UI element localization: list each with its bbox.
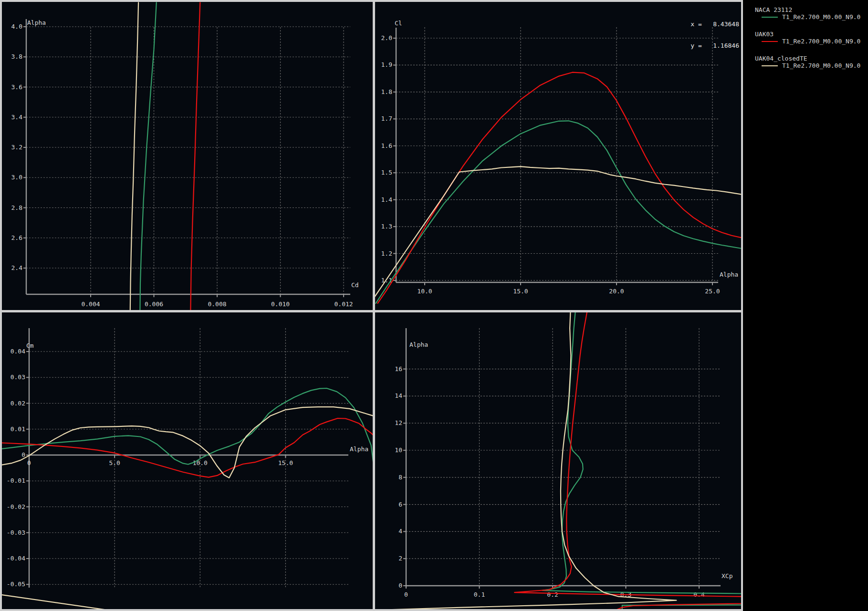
curve-uak03 <box>2 418 373 477</box>
graph-alpha-vs-xcp[interactable]: 00.10.20.30.41614121086420 <box>375 312 741 609</box>
svg-text:0.03: 0.03 <box>10 373 25 381</box>
svg-text:0.1: 0.1 <box>474 591 485 598</box>
cursor-x-value: x = 8.43648 <box>644 21 739 28</box>
svg-text:2.8: 2.8 <box>11 204 22 211</box>
svg-text:1.5: 1.5 <box>381 169 392 176</box>
curve-uak04-closedte <box>375 166 741 298</box>
cursor-y-value: y = 1.16846 <box>644 42 739 49</box>
svg-text:0: 0 <box>27 459 31 466</box>
graph1-y-axis-title: Alpha <box>27 19 46 26</box>
svg-text:1.8: 1.8 <box>381 88 392 95</box>
curve-uak04-closedte-branch2 <box>2 595 115 609</box>
svg-text:0.008: 0.008 <box>208 300 226 308</box>
svg-text:-0.01: -0.01 <box>7 477 25 484</box>
svg-text:1.4: 1.4 <box>381 196 393 203</box>
curve-uak03 <box>514 312 741 597</box>
graph-cm-vs-alpha[interactable]: 05.010.015.00.040.030.020.010-0.01-0.02-… <box>2 312 373 609</box>
svg-text:16: 16 <box>395 365 402 373</box>
svg-text:-0.02: -0.02 <box>7 503 25 510</box>
legend-entry-uak04-closedte: UAK04_closedTE T1_Re2.700_M0.00_N9.0 <box>755 55 866 69</box>
svg-text:10.0: 10.0 <box>417 288 432 295</box>
curve-uak04-closedte <box>130 2 138 310</box>
legend-polar-name: T1_Re2.700_M0.00_N9.0 <box>782 38 860 45</box>
panel-divider-vertical <box>373 0 375 611</box>
svg-text:0.4: 0.4 <box>693 591 705 598</box>
legend-polar-name: T1_Re2.700_M0.00_N9.0 <box>782 62 860 69</box>
svg-text:25.0: 25.0 <box>705 288 720 295</box>
svg-text:-0.05: -0.05 <box>7 580 25 588</box>
svg-text:2.4: 2.4 <box>11 264 23 271</box>
svg-text:10.0: 10.0 <box>193 459 208 466</box>
curve-naca-23112 <box>543 312 742 594</box>
legend-polar-name: T1_Re2.700_M0.00_N9.0 <box>782 13 860 21</box>
svg-text:1.9: 1.9 <box>381 61 392 68</box>
frame-right <box>741 0 743 611</box>
svg-text:0.04: 0.04 <box>10 348 25 355</box>
svg-text:0.006: 0.006 <box>145 300 163 308</box>
svg-text:1.2: 1.2 <box>381 250 392 257</box>
svg-text:0: 0 <box>21 451 25 458</box>
svg-text:2.0: 2.0 <box>381 34 392 41</box>
svg-text:0.2: 0.2 <box>547 591 558 598</box>
svg-text:3.6: 3.6 <box>11 83 22 91</box>
graph4-x-axis-title: XCp <box>722 572 732 580</box>
curve-uak04-closedte <box>384 312 676 609</box>
legend-color-swatch <box>762 65 778 66</box>
svg-text:2: 2 <box>398 555 402 562</box>
legend-color-swatch <box>762 17 778 18</box>
svg-text:6: 6 <box>398 501 402 508</box>
frame-top <box>0 0 743 2</box>
svg-text:14: 14 <box>395 392 402 399</box>
graph-cm-vs-alpha-canvas: 05.010.015.00.040.030.020.010-0.01-0.02-… <box>2 312 373 609</box>
svg-text:0.01: 0.01 <box>10 425 25 433</box>
svg-text:0.012: 0.012 <box>335 300 353 308</box>
curve-uak03 <box>378 72 742 303</box>
svg-text:4: 4 <box>398 528 402 535</box>
svg-text:15.0: 15.0 <box>513 288 528 295</box>
svg-text:3.4: 3.4 <box>11 114 23 121</box>
legend-foil-name: UAK04_closedTE <box>755 55 866 62</box>
graph2-y-axis-title: Cl <box>395 20 402 27</box>
svg-text:4.0: 4.0 <box>11 23 22 30</box>
legend-foil-name: NACA 23112 <box>755 6 866 13</box>
curve-uak03 <box>190 2 200 310</box>
graph-alpha-vs-cd-canvas: 0.0040.0060.0080.0100.0124.03.83.63.43.2… <box>2 2 373 310</box>
svg-text:0: 0 <box>398 582 402 589</box>
legend-entry-uak03: UAK03 T1_Re2.700_M0.00_N9.0 <box>755 31 866 45</box>
svg-text:0.010: 0.010 <box>271 300 290 308</box>
frame-bottom <box>0 609 743 611</box>
panel-divider-horizontal <box>0 310 743 312</box>
svg-text:0.02: 0.02 <box>10 400 25 407</box>
svg-text:15.0: 15.0 <box>278 459 293 466</box>
legend-entry-naca-23112: NACA 23112 T1_Re2.700_M0.00_N9.0 <box>755 6 866 21</box>
graph3-y-axis-title: Cm <box>26 342 34 349</box>
svg-text:10: 10 <box>395 446 402 454</box>
frame-left <box>0 0 2 611</box>
graph3-x-axis-title: Alpha <box>350 445 368 453</box>
svg-text:1.7: 1.7 <box>381 115 392 122</box>
polar-analysis-window: 0.0040.0060.0080.0100.0124.03.83.63.43.2… <box>0 0 868 611</box>
svg-text:0.004: 0.004 <box>81 300 100 308</box>
svg-text:8: 8 <box>398 474 402 481</box>
svg-text:2.6: 2.6 <box>11 234 22 241</box>
graph-alpha-vs-cd[interactable]: 0.0040.0060.0080.0100.0124.03.83.63.43.2… <box>2 2 373 310</box>
svg-text:1.3: 1.3 <box>381 223 392 230</box>
svg-text:12: 12 <box>395 419 402 426</box>
svg-text:-0.03: -0.03 <box>7 529 25 536</box>
polar-legend: NACA 23112 T1_Re2.700_M0.00_N9.0 UAK03 T… <box>755 6 866 79</box>
svg-text:3.2: 3.2 <box>11 144 22 151</box>
svg-text:1.6: 1.6 <box>381 142 392 149</box>
legend-color-swatch <box>762 41 778 42</box>
svg-text:3.0: 3.0 <box>11 174 22 181</box>
svg-text:-0.04: -0.04 <box>7 555 25 562</box>
graph2-x-axis-title: Alpha <box>720 271 738 278</box>
cursor-coordinates-readout: x = 8.43648 y = 1.16846 <box>644 6 739 63</box>
legend-foil-name: UAK03 <box>755 31 866 38</box>
graph1-x-axis-title: Cd <box>351 281 359 289</box>
graph4-y-axis-title: Alpha <box>409 341 428 348</box>
curve-uak03-branch2 <box>617 604 742 610</box>
svg-text:5.0: 5.0 <box>109 459 120 466</box>
svg-text:3.8: 3.8 <box>11 53 22 60</box>
svg-text:20.0: 20.0 <box>609 288 624 295</box>
svg-text:0: 0 <box>404 591 408 598</box>
